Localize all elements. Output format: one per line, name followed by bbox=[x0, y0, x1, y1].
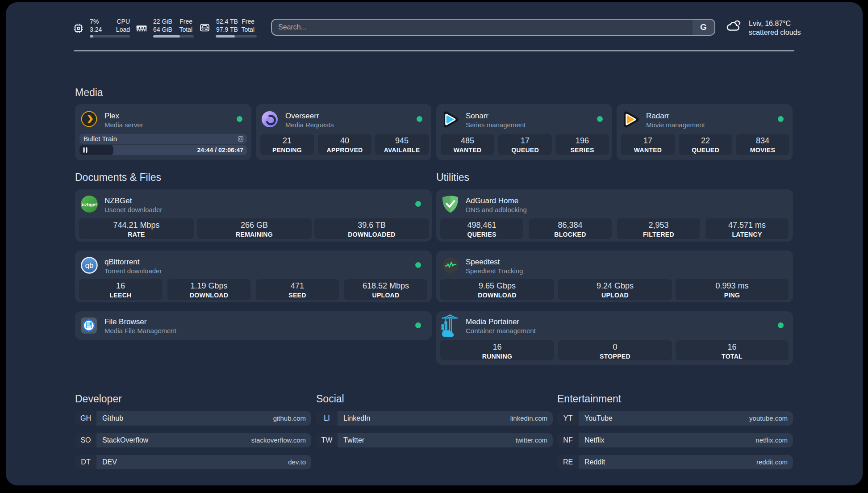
svg-text:nzbget: nzbget bbox=[82, 202, 97, 207]
svg-text:qb: qb bbox=[85, 261, 94, 270]
